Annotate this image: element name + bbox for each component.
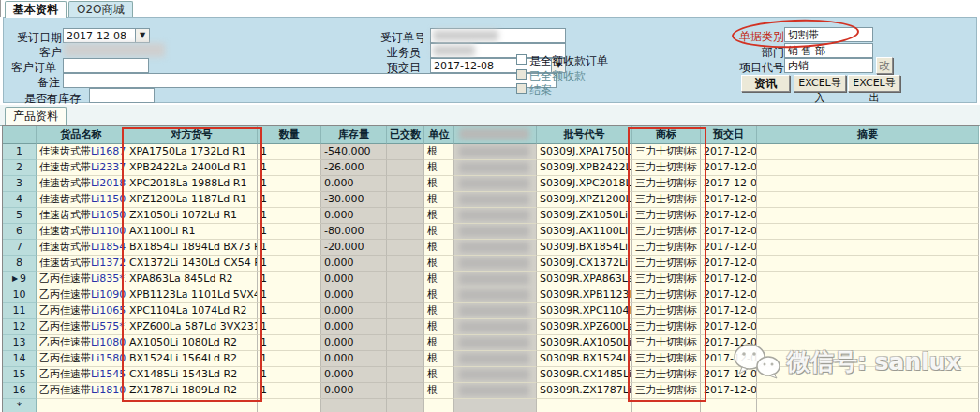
- redacted-cell[interactable]: [454, 192, 537, 208]
- cell-delivered[interactable]: [387, 208, 424, 224]
- cell-batch[interactable]: S0309J.ZX1050Li 107: [537, 208, 632, 224]
- cell-batch[interactable]: S0309R.AX1050Li 10: [537, 335, 632, 351]
- cell-stock[interactable]: -26.000: [321, 160, 387, 176]
- cell-code[interactable]: BX1524Li 1564Ld R2: [126, 351, 258, 367]
- cell-code[interactable]: XPA863La 845Ld R2: [126, 272, 258, 287]
- cell-code[interactable]: XPB2422La 2400Ld R1: [126, 160, 258, 176]
- cell-delivered[interactable]: [387, 176, 424, 192]
- cell-stock[interactable]: 0.000: [321, 351, 387, 367]
- cell-delivered[interactable]: [387, 224, 424, 240]
- empty-cell[interactable]: [632, 399, 701, 412]
- redacted-cell[interactable]: [454, 319, 537, 335]
- cell-unit[interactable]: 根: [424, 224, 454, 240]
- redacted-cell[interactable]: [454, 303, 537, 319]
- doc-type-input[interactable]: [784, 27, 873, 42]
- cell-unit[interactable]: 根: [424, 192, 454, 208]
- cell-code[interactable]: XPC2018La 1988Ld R1: [126, 176, 258, 192]
- cell-delivered[interactable]: [387, 319, 424, 335]
- table-row[interactable]: 8佳速齿式带Li1372*CXCX1372Li 1430Ld CX54 R110…: [3, 256, 979, 272]
- cell-unit[interactable]: 根: [424, 160, 454, 176]
- cell-stock[interactable]: 0.000: [321, 303, 387, 319]
- cell-stock[interactable]: 0.000: [321, 176, 387, 192]
- table-row[interactable]: 16乙丙佳速带Li1810*ZXZX1787Li 1809Ld R210.000…: [3, 383, 979, 399]
- empty-cell[interactable]: [537, 399, 632, 412]
- cell-due[interactable]: 2017-12-08: [701, 224, 757, 240]
- cell-stock[interactable]: 0.000: [321, 367, 387, 383]
- cell-unit[interactable]: 根: [424, 176, 454, 192]
- table-row[interactable]: 13乙丙佳速带Li1080*AXAX1050Li 1080Ld R210.000…: [3, 335, 979, 351]
- row-number-cell[interactable]: 14: [3, 351, 37, 367]
- cell-qty[interactable]: 1: [258, 256, 321, 272]
- cell-brand[interactable]: 三力士切割标: [632, 192, 701, 208]
- cell-summary[interactable]: [757, 208, 979, 224]
- table-row[interactable]: 1佳速齿式带Li1687*XPXPA1750La 1732Ld R11-540.…: [3, 144, 979, 160]
- cell-delivered[interactable]: [387, 383, 424, 399]
- table-row[interactable]: 2佳速齿式带Li2337*XPXPB2422La 2400Ld R11-26.0…: [3, 160, 979, 176]
- cell-summary[interactable]: [757, 256, 979, 272]
- product-name-cell[interactable]: 乙丙佳速带Li835*XP: [37, 272, 126, 287]
- table-row[interactable]: 5佳速齿式带Li1050*ZXZX1050Li 1072Ld R110.000根…: [3, 208, 979, 224]
- product-name-cell[interactable]: 佳速齿式带Li2018*XP: [37, 176, 126, 192]
- redacted-cell[interactable]: [454, 224, 537, 240]
- full-payment-order-checkbox[interactable]: [516, 54, 527, 65]
- cell-delivered[interactable]: [387, 272, 424, 287]
- cell-brand[interactable]: 三力士切割标: [632, 351, 701, 367]
- cell-qty[interactable]: 1: [258, 367, 321, 383]
- cell-code[interactable]: AX1050Li 1080Ld R2: [126, 335, 258, 351]
- cell-stock[interactable]: -540.000: [321, 144, 387, 160]
- cell-brand[interactable]: 三力士切割标: [632, 367, 701, 383]
- cell-stock[interactable]: 0.000: [321, 335, 387, 351]
- cell-due[interactable]: 2017-12-08: [701, 240, 757, 256]
- cell-summary[interactable]: [757, 192, 979, 208]
- cell-unit[interactable]: 根: [424, 383, 454, 399]
- product-name-cell[interactable]: 佳速齿式带Li1854*BX: [37, 240, 126, 256]
- cell-qty[interactable]: 1: [258, 144, 321, 160]
- cell-batch[interactable]: S0309J.XPB2422La 2: [537, 160, 632, 176]
- cell-code[interactable]: ZX1050Li 1072Ld R1: [126, 208, 258, 224]
- cell-brand[interactable]: 三力士切割标: [632, 208, 701, 224]
- redacted-cell[interactable]: [454, 351, 537, 367]
- cell-brand[interactable]: 三力士切割标: [632, 287, 701, 303]
- cell-summary[interactable]: [757, 303, 979, 319]
- cell-delivered[interactable]: [387, 335, 424, 351]
- redacted-cell[interactable]: [454, 287, 537, 303]
- cell-summary[interactable]: [757, 144, 979, 160]
- cell-due[interactable]: 2017-12-08: [701, 144, 757, 160]
- order-date-input[interactable]: [63, 28, 136, 43]
- cell-qty[interactable]: 1: [258, 351, 321, 367]
- cell-batch[interactable]: S0309J.XPA1750La 1: [537, 144, 632, 160]
- closed-checkbox[interactable]: [516, 83, 527, 94]
- cell-summary[interactable]: [757, 176, 979, 192]
- cell-batch[interactable]: S0309J.AX1100Li: [537, 224, 632, 240]
- empty-cell[interactable]: [321, 399, 387, 412]
- row-number-cell[interactable]: 1: [3, 144, 37, 160]
- product-name-cell[interactable]: 佳速齿式带Li1687*XP: [37, 144, 126, 160]
- cell-batch[interactable]: S0309R.ZX1787Li 18: [537, 383, 632, 399]
- cell-brand[interactable]: 三力士切割标: [632, 272, 701, 287]
- table-row[interactable]: 14乙丙佳速带Li1580*BXBX1524Li 1564Ld R210.000…: [3, 351, 979, 367]
- product-name-cell[interactable]: 乙丙佳速带Li1065*XP: [37, 303, 126, 319]
- cell-summary[interactable]: [757, 160, 979, 176]
- empty-cell[interactable]: [37, 399, 126, 412]
- cell-qty[interactable]: 1: [258, 272, 321, 287]
- excel-export-button[interactable]: EXCEL导出: [848, 75, 900, 92]
- cell-due[interactable]: 2017-12-08: [701, 319, 757, 335]
- product-name-cell[interactable]: 佳速齿式带Li1050*ZX: [37, 208, 126, 224]
- table-row[interactable]: 3佳速齿式带Li2018*XPXPC2018La 1988Ld R110.000…: [3, 176, 979, 192]
- redacted-cell[interactable]: [454, 335, 537, 351]
- table-row[interactable]: 4佳速齿式带Li1150*XPXPZ1200La 1187Ld R11-30.0…: [3, 192, 979, 208]
- cell-summary[interactable]: [757, 272, 979, 287]
- cell-due[interactable]: 2017-12-08: [701, 303, 757, 319]
- cell-brand[interactable]: 三力士切割标: [632, 176, 701, 192]
- product-name-cell[interactable]: 乙丙佳速带Li1580*BX: [37, 351, 126, 367]
- redacted-cell[interactable]: [454, 272, 537, 287]
- cell-qty[interactable]: 1: [258, 240, 321, 256]
- redacted-cell[interactable]: [454, 383, 537, 399]
- cell-brand[interactable]: 三力士切割标: [632, 160, 701, 176]
- tab-basic-info[interactable]: 基本资料: [5, 1, 67, 18]
- cell-due[interactable]: 2017-12-08: [701, 335, 757, 351]
- department-input[interactable]: [784, 43, 873, 58]
- empty-cell[interactable]: [126, 399, 258, 412]
- cell-code[interactable]: CX1372Li 1430Ld CX54 R1: [126, 256, 258, 272]
- edit-project-code-button[interactable]: 改: [876, 57, 893, 74]
